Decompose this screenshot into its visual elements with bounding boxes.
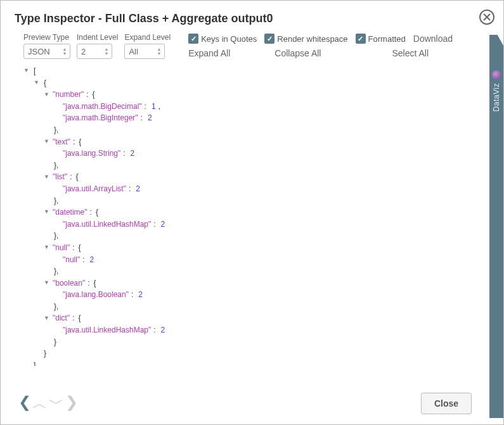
- json-key: "java.lang.String": [63, 148, 120, 160]
- render-whitespace-checkbox[interactable]: ✓ Render whitespace: [264, 33, 347, 44]
- toggle-icon[interactable]: ▼: [44, 314, 50, 323]
- toggle-icon[interactable]: ▼: [23, 67, 30, 75]
- toggle-icon[interactable]: ▼: [44, 243, 50, 252]
- formatted-checkbox[interactable]: ✓ Formatted: [356, 33, 406, 44]
- side-tab-notch: [497, 34, 503, 57]
- json-value: 2: [136, 183, 140, 195]
- formatted-label: Formatted: [368, 34, 406, 44]
- toggle-icon[interactable]: ▼: [44, 91, 50, 99]
- json-value: 1: [152, 101, 156, 113]
- nav-arrows: ❮ ︿ ﹀ ❯: [18, 393, 78, 414]
- json-key: "text": [53, 136, 70, 148]
- nav-down-icon[interactable]: ﹀: [49, 393, 64, 414]
- toggle-icon[interactable]: ▼: [44, 208, 50, 217]
- expand-level-value: All: [129, 47, 138, 56]
- json-key: "java.lang.Boolean": [63, 289, 129, 301]
- spinner-icon: ▴▾: [103, 44, 110, 58]
- side-tab[interactable]: DataViz: [489, 35, 503, 418]
- json-key: "list": [53, 171, 67, 183]
- check-icon: ✓: [264, 34, 275, 44]
- download-link[interactable]: Download: [413, 34, 453, 44]
- json-key: "null": [63, 254, 80, 266]
- nav-left-icon[interactable]: ❮: [18, 393, 31, 414]
- json-key: "java.math.BigDecimal": [63, 101, 142, 113]
- expand-all-link[interactable]: Expand All: [188, 48, 230, 58]
- options-row: ✓ Keys in Quotes ✓ Render whitespace ✓ F…: [188, 33, 453, 44]
- dataviz-icon: [492, 70, 501, 79]
- json-value: 2: [138, 289, 143, 301]
- toggle-icon[interactable]: ▼: [44, 137, 50, 146]
- select-all-link[interactable]: Select All: [392, 48, 429, 58]
- json-value: 2: [90, 254, 94, 266]
- close-button[interactable]: Close: [421, 393, 472, 414]
- json-value: 2: [131, 148, 135, 160]
- toggle-icon[interactable]: ▼: [34, 79, 40, 87]
- spinner-icon: ▴▾: [61, 44, 68, 58]
- json-key: "datetime": [53, 206, 87, 219]
- expand-level-label: Expand Level: [124, 33, 171, 42]
- dialog-header: Type Inspector - Full Class + Aggregate …: [1, 1, 503, 30]
- toggle-icon[interactable]: ▼: [44, 279, 50, 288]
- toggle-icon[interactable]: ▼: [44, 173, 50, 182]
- dialog-title: Type Inspector - Full Class + Aggregate …: [15, 12, 491, 25]
- expand-level-control: Expand Level All ▴▾: [124, 33, 171, 59]
- indent-level-control: Indent Level 2 ▴▾: [77, 33, 118, 59]
- type-inspector-dialog: Type Inspector - Full Class + Aggregate …: [0, 0, 504, 425]
- preview-type-control: Preview Type JSON ▴▾: [23, 33, 70, 59]
- json-key: "boolean": [53, 277, 85, 289]
- indent-level-value: 2: [81, 47, 86, 56]
- close-icon[interactable]: [479, 10, 494, 25]
- dialog-footer: ❮ ︿ ﹀ ❯ Close: [1, 385, 484, 424]
- check-icon: ✓: [188, 34, 198, 44]
- json-value: 2: [148, 112, 152, 124]
- json-key: "java.util.LinkedHashMap": [63, 219, 151, 231]
- json-value: 2: [161, 219, 165, 231]
- keys-in-quotes-label: Keys in Quotes: [201, 34, 257, 44]
- json-key: "java.util.ArrayList": [63, 183, 126, 195]
- indent-level-select[interactable]: 2 ▴▾: [77, 44, 112, 59]
- side-tab-label: DataViz: [492, 83, 501, 111]
- spinner-icon: ▴▾: [155, 44, 163, 58]
- check-icon: ✓: [356, 34, 366, 44]
- json-viewer[interactable]: ▼[▼{▼"number": {"java.math.BigDecimal": …: [1, 59, 503, 366]
- nav-right-icon[interactable]: ❯: [65, 393, 78, 414]
- json-key: "java.util.LinkedHashMap": [63, 324, 151, 336]
- json-key: "java.math.BigInteger": [63, 112, 138, 124]
- nav-up-icon[interactable]: ︿: [32, 393, 48, 414]
- preview-type-select[interactable]: JSON ▴▾: [23, 44, 70, 59]
- controls-row: Preview Type JSON ▴▾ Indent Level 2 ▴▾ E…: [1, 30, 503, 59]
- json-key: "dict": [53, 312, 70, 324]
- expand-level-select[interactable]: All ▴▾: [124, 44, 165, 59]
- indent-level-label: Indent Level: [77, 33, 118, 42]
- options-column: ✓ Keys in Quotes ✓ Render whitespace ✓ F…: [188, 33, 489, 58]
- preview-type-value: JSON: [28, 47, 50, 56]
- keys-in-quotes-checkbox[interactable]: ✓ Keys in Quotes: [188, 33, 257, 44]
- json-value: 2: [161, 324, 165, 336]
- render-whitespace-label: Render whitespace: [277, 34, 347, 44]
- preview-type-label: Preview Type: [23, 33, 70, 42]
- json-key: "null": [53, 242, 70, 254]
- actions-row: Expand All Collapse All Select All: [188, 48, 429, 58]
- json-key: "number": [53, 89, 84, 101]
- collapse-all-link[interactable]: Collapse All: [275, 48, 321, 58]
